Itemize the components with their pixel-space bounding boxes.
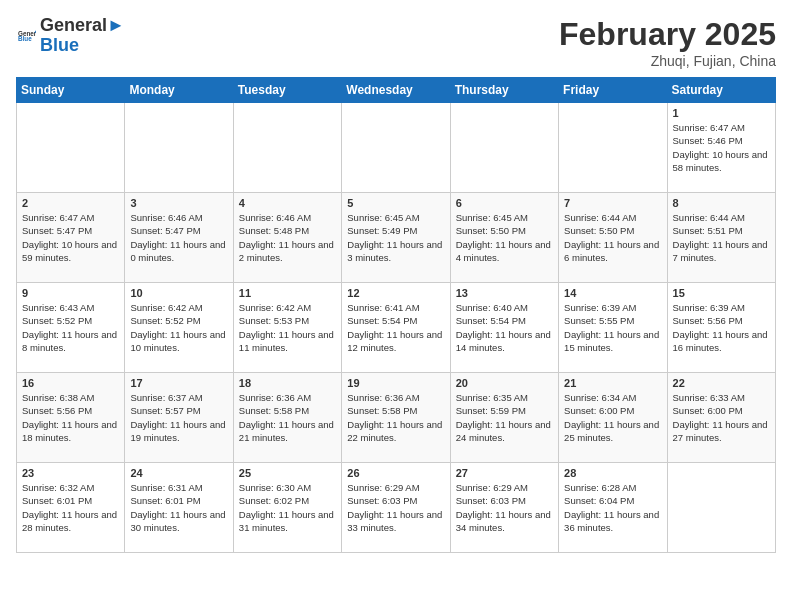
day-number: 27 [456, 467, 553, 479]
calendar-cell: 13Sunrise: 6:40 AM Sunset: 5:54 PM Dayli… [450, 283, 558, 373]
calendar-cell: 28Sunrise: 6:28 AM Sunset: 6:04 PM Dayli… [559, 463, 667, 553]
calendar-week-2: 2Sunrise: 6:47 AM Sunset: 5:47 PM Daylig… [17, 193, 776, 283]
calendar-cell: 23Sunrise: 6:32 AM Sunset: 6:01 PM Dayli… [17, 463, 125, 553]
weekday-header-tuesday: Tuesday [233, 78, 341, 103]
calendar-week-4: 16Sunrise: 6:38 AM Sunset: 5:56 PM Dayli… [17, 373, 776, 463]
weekday-header-monday: Monday [125, 78, 233, 103]
day-number: 4 [239, 197, 336, 209]
day-number: 23 [22, 467, 119, 479]
calendar-cell: 25Sunrise: 6:30 AM Sunset: 6:02 PM Dayli… [233, 463, 341, 553]
calendar-cell: 10Sunrise: 6:42 AM Sunset: 5:52 PM Dayli… [125, 283, 233, 373]
calendar-cell: 7Sunrise: 6:44 AM Sunset: 5:50 PM Daylig… [559, 193, 667, 283]
day-info: Sunrise: 6:44 AM Sunset: 5:51 PM Dayligh… [673, 211, 770, 264]
weekday-header-friday: Friday [559, 78, 667, 103]
day-number: 14 [564, 287, 661, 299]
day-number: 22 [673, 377, 770, 389]
day-number: 12 [347, 287, 444, 299]
weekday-header-saturday: Saturday [667, 78, 775, 103]
day-info: Sunrise: 6:46 AM Sunset: 5:47 PM Dayligh… [130, 211, 227, 264]
day-info: Sunrise: 6:43 AM Sunset: 5:52 PM Dayligh… [22, 301, 119, 354]
day-number: 10 [130, 287, 227, 299]
day-number: 6 [456, 197, 553, 209]
calendar-cell: 26Sunrise: 6:29 AM Sunset: 6:03 PM Dayli… [342, 463, 450, 553]
day-info: Sunrise: 6:29 AM Sunset: 6:03 PM Dayligh… [456, 481, 553, 534]
day-info: Sunrise: 6:44 AM Sunset: 5:50 PM Dayligh… [564, 211, 661, 264]
calendar-week-5: 23Sunrise: 6:32 AM Sunset: 6:01 PM Dayli… [17, 463, 776, 553]
calendar-cell: 3Sunrise: 6:46 AM Sunset: 5:47 PM Daylig… [125, 193, 233, 283]
day-number: 3 [130, 197, 227, 209]
day-info: Sunrise: 6:45 AM Sunset: 5:49 PM Dayligh… [347, 211, 444, 264]
calendar-cell: 21Sunrise: 6:34 AM Sunset: 6:00 PM Dayli… [559, 373, 667, 463]
calendar-table: SundayMondayTuesdayWednesdayThursdayFrid… [16, 77, 776, 553]
calendar-cell: 17Sunrise: 6:37 AM Sunset: 5:57 PM Dayli… [125, 373, 233, 463]
day-number: 24 [130, 467, 227, 479]
calendar-cell: 6Sunrise: 6:45 AM Sunset: 5:50 PM Daylig… [450, 193, 558, 283]
location: Zhuqi, Fujian, China [559, 53, 776, 69]
day-info: Sunrise: 6:30 AM Sunset: 6:02 PM Dayligh… [239, 481, 336, 534]
logo: General Blue General► Blue [16, 16, 125, 56]
calendar-cell: 8Sunrise: 6:44 AM Sunset: 5:51 PM Daylig… [667, 193, 775, 283]
day-number: 1 [673, 107, 770, 119]
calendar-cell [450, 103, 558, 193]
calendar-cell: 20Sunrise: 6:35 AM Sunset: 5:59 PM Dayli… [450, 373, 558, 463]
day-number: 5 [347, 197, 444, 209]
day-info: Sunrise: 6:40 AM Sunset: 5:54 PM Dayligh… [456, 301, 553, 354]
calendar-week-1: 1Sunrise: 6:47 AM Sunset: 5:46 PM Daylig… [17, 103, 776, 193]
day-info: Sunrise: 6:39 AM Sunset: 5:56 PM Dayligh… [673, 301, 770, 354]
day-number: 8 [673, 197, 770, 209]
day-info: Sunrise: 6:42 AM Sunset: 5:52 PM Dayligh… [130, 301, 227, 354]
calendar-cell: 11Sunrise: 6:42 AM Sunset: 5:53 PM Dayli… [233, 283, 341, 373]
calendar-cell: 19Sunrise: 6:36 AM Sunset: 5:58 PM Dayli… [342, 373, 450, 463]
page-header: General Blue General► Blue February 2025… [16, 16, 776, 69]
day-number: 25 [239, 467, 336, 479]
day-info: Sunrise: 6:41 AM Sunset: 5:54 PM Dayligh… [347, 301, 444, 354]
calendar-week-3: 9Sunrise: 6:43 AM Sunset: 5:52 PM Daylig… [17, 283, 776, 373]
day-number: 2 [22, 197, 119, 209]
calendar-cell: 1Sunrise: 6:47 AM Sunset: 5:46 PM Daylig… [667, 103, 775, 193]
calendar-cell: 27Sunrise: 6:29 AM Sunset: 6:03 PM Dayli… [450, 463, 558, 553]
day-number: 7 [564, 197, 661, 209]
calendar-cell: 2Sunrise: 6:47 AM Sunset: 5:47 PM Daylig… [17, 193, 125, 283]
day-number: 21 [564, 377, 661, 389]
calendar-cell [342, 103, 450, 193]
calendar-cell: 24Sunrise: 6:31 AM Sunset: 6:01 PM Dayli… [125, 463, 233, 553]
calendar-cell: 14Sunrise: 6:39 AM Sunset: 5:55 PM Dayli… [559, 283, 667, 373]
day-number: 19 [347, 377, 444, 389]
weekday-header-sunday: Sunday [17, 78, 125, 103]
day-info: Sunrise: 6:38 AM Sunset: 5:56 PM Dayligh… [22, 391, 119, 444]
calendar-cell: 9Sunrise: 6:43 AM Sunset: 5:52 PM Daylig… [17, 283, 125, 373]
day-number: 13 [456, 287, 553, 299]
calendar-cell [667, 463, 775, 553]
day-number: 15 [673, 287, 770, 299]
calendar-cell: 4Sunrise: 6:46 AM Sunset: 5:48 PM Daylig… [233, 193, 341, 283]
day-info: Sunrise: 6:37 AM Sunset: 5:57 PM Dayligh… [130, 391, 227, 444]
title-block: February 2025 Zhuqi, Fujian, China [559, 16, 776, 69]
day-info: Sunrise: 6:35 AM Sunset: 5:59 PM Dayligh… [456, 391, 553, 444]
day-info: Sunrise: 6:28 AM Sunset: 6:04 PM Dayligh… [564, 481, 661, 534]
day-info: Sunrise: 6:47 AM Sunset: 5:46 PM Dayligh… [673, 121, 770, 174]
calendar-cell: 18Sunrise: 6:36 AM Sunset: 5:58 PM Dayli… [233, 373, 341, 463]
day-number: 26 [347, 467, 444, 479]
day-info: Sunrise: 6:36 AM Sunset: 5:58 PM Dayligh… [347, 391, 444, 444]
day-info: Sunrise: 6:34 AM Sunset: 6:00 PM Dayligh… [564, 391, 661, 444]
day-info: Sunrise: 6:31 AM Sunset: 6:01 PM Dayligh… [130, 481, 227, 534]
day-info: Sunrise: 6:33 AM Sunset: 6:00 PM Dayligh… [673, 391, 770, 444]
day-info: Sunrise: 6:39 AM Sunset: 5:55 PM Dayligh… [564, 301, 661, 354]
day-info: Sunrise: 6:46 AM Sunset: 5:48 PM Dayligh… [239, 211, 336, 264]
calendar-cell: 22Sunrise: 6:33 AM Sunset: 6:00 PM Dayli… [667, 373, 775, 463]
calendar-cell: 16Sunrise: 6:38 AM Sunset: 5:56 PM Dayli… [17, 373, 125, 463]
day-info: Sunrise: 6:42 AM Sunset: 5:53 PM Dayligh… [239, 301, 336, 354]
day-info: Sunrise: 6:36 AM Sunset: 5:58 PM Dayligh… [239, 391, 336, 444]
calendar-cell [125, 103, 233, 193]
day-info: Sunrise: 6:29 AM Sunset: 6:03 PM Dayligh… [347, 481, 444, 534]
day-number: 18 [239, 377, 336, 389]
day-info: Sunrise: 6:45 AM Sunset: 5:50 PM Dayligh… [456, 211, 553, 264]
calendar-cell [233, 103, 341, 193]
calendar-header: SundayMondayTuesdayWednesdayThursdayFrid… [17, 78, 776, 103]
calendar-cell: 12Sunrise: 6:41 AM Sunset: 5:54 PM Dayli… [342, 283, 450, 373]
month-title: February 2025 [559, 16, 776, 53]
day-number: 11 [239, 287, 336, 299]
weekday-header-thursday: Thursday [450, 78, 558, 103]
weekday-header-wednesday: Wednesday [342, 78, 450, 103]
calendar-cell: 15Sunrise: 6:39 AM Sunset: 5:56 PM Dayli… [667, 283, 775, 373]
